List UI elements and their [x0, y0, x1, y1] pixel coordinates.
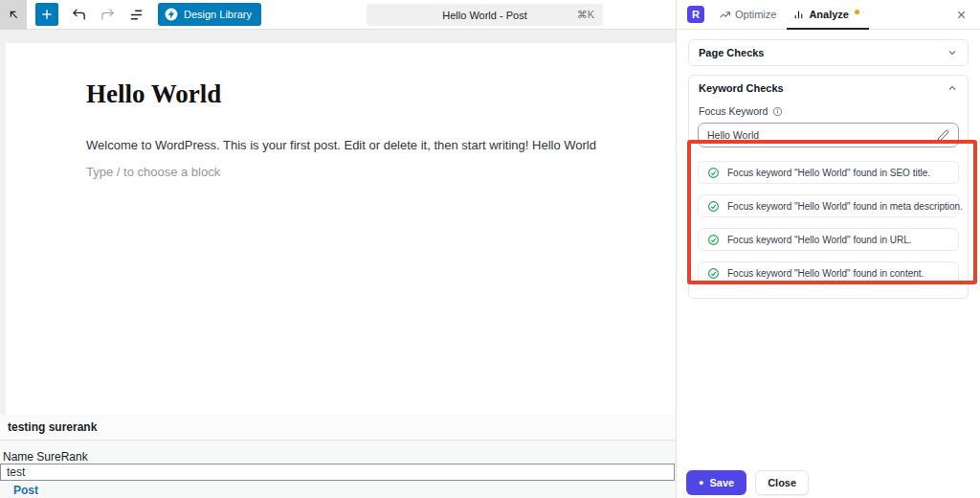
page-checks-title: Page Checks — [699, 47, 764, 58]
block-inserter-button[interactable] — [35, 3, 58, 26]
bar-chart-icon — [792, 9, 805, 21]
check-item-meta-description: Focus keyword "Hello World" found in met… — [698, 194, 959, 217]
pencil-edit-icon[interactable] — [937, 129, 949, 142]
sidebar-footer: ● Save Close — [677, 463, 980, 498]
wordpress-editor: Design Library Hello World - Post ⌘K Hel… — [0, 0, 980, 498]
check-item-seo-title: Focus keyword "Hello World" found in SEO… — [698, 161, 959, 184]
unsaved-dot-icon: ● — [699, 479, 703, 487]
back-to-dashboard-button[interactable] — [0, 0, 27, 30]
spectra-bolt-icon — [165, 8, 178, 21]
tab-optimize[interactable]: Optimize — [719, 9, 776, 21]
check-item-url: Focus keyword "Hello World" found in URL… — [698, 228, 959, 251]
check-circle-icon — [707, 234, 720, 246]
arrow-up-left-icon — [7, 8, 21, 22]
list-view-button[interactable] — [125, 4, 146, 25]
post-link[interactable]: Post — [13, 484, 38, 497]
surerank-sidebar: R Optimize Analyze — [676, 0, 980, 498]
info-icon[interactable] — [772, 106, 783, 117]
block-appender-placeholder[interactable]: Type / to choose a block — [86, 165, 220, 179]
list-view-icon — [128, 7, 145, 23]
post-title[interactable]: Hello World — [86, 79, 221, 109]
editor-workspace: Hello World Welcome to WordPress. This i… — [0, 30, 676, 498]
keyword-check-list: Focus keyword "Hello World" found in SEO… — [698, 161, 959, 284]
keyword-checks-section: Keyword Checks Focus Keyword — [688, 75, 969, 299]
chevron-down-icon — [947, 47, 958, 58]
metabox-title: testing surerank — [8, 420, 97, 434]
focus-keyword-input[interactable] — [707, 129, 937, 141]
tab-analyze[interactable]: Analyze — [792, 9, 859, 21]
sidebar-header: R Optimize Analyze — [677, 0, 980, 30]
keyword-checks-header[interactable]: Keyword Checks — [689, 76, 968, 101]
tab-optimize-label: Optimize — [735, 9, 776, 20]
metabox-header[interactable]: testing surerank — [0, 415, 676, 441]
document-title: Hello World - Post — [442, 10, 526, 21]
post-paragraph-block[interactable]: Welcome to WordPress. This is your first… — [86, 136, 603, 155]
keyword-checks-title: Keyword Checks — [699, 82, 784, 94]
focus-keyword-label-row: Focus Keyword — [689, 101, 968, 117]
editor-toolbar: Design Library Hello World - Post ⌘K — [0, 0, 676, 30]
undo-icon — [71, 7, 87, 23]
command-shortcut: ⌘K — [577, 9, 594, 21]
undo-button[interactable] — [68, 4, 89, 25]
surerank-logo[interactable]: R — [687, 6, 704, 23]
check-item-content: Focus keyword "Hello World" found in con… — [698, 261, 959, 284]
focus-keyword-label: Focus Keyword — [699, 105, 768, 117]
save-button-label: Save — [709, 477, 734, 488]
unsaved-changes-dot — [855, 10, 859, 14]
tab-analyze-label: Analyze — [809, 9, 849, 20]
close-icon — [955, 9, 968, 21]
design-library-button[interactable]: Design Library — [158, 3, 261, 26]
check-text: Focus keyword "Hello World" found in URL… — [727, 235, 912, 245]
command-bar[interactable]: Hello World - Post ⌘K — [367, 4, 603, 26]
custom-metabox-panel: testing surerank Name SureRank Post — [0, 415, 676, 498]
check-circle-icon — [707, 167, 720, 179]
chevron-up-icon — [947, 82, 958, 94]
redo-icon — [100, 7, 116, 23]
sidebar-close-button[interactable] — [952, 6, 969, 23]
check-text: Focus keyword "Hello World" found in met… — [727, 201, 963, 212]
check-circle-icon — [707, 200, 720, 213]
sidebar-body: Page Checks Keyword Checks Focus Keyword — [677, 30, 980, 308]
trending-up-icon — [719, 9, 731, 21]
check-text: Focus keyword "Hello World" found in SEO… — [727, 168, 930, 178]
metabox-text-input[interactable] — [0, 464, 675, 481]
focus-keyword-input-wrap — [698, 123, 959, 147]
page-checks-section: Page Checks — [688, 39, 969, 66]
check-circle-icon — [707, 267, 720, 280]
check-text: Focus keyword "Hello World" found in con… — [727, 268, 924, 279]
page-checks-header[interactable]: Page Checks — [689, 40, 968, 65]
metabox-field-label: Name SureRank — [3, 450, 88, 464]
save-button[interactable]: ● Save — [686, 470, 746, 495]
design-library-label: Design Library — [184, 9, 252, 20]
redo-button[interactable] — [97, 4, 118, 25]
post-canvas[interactable]: Hello World Welcome to WordPress. This i… — [6, 43, 676, 415]
close-button[interactable]: Close — [755, 470, 809, 495]
plus-icon — [39, 7, 55, 22]
